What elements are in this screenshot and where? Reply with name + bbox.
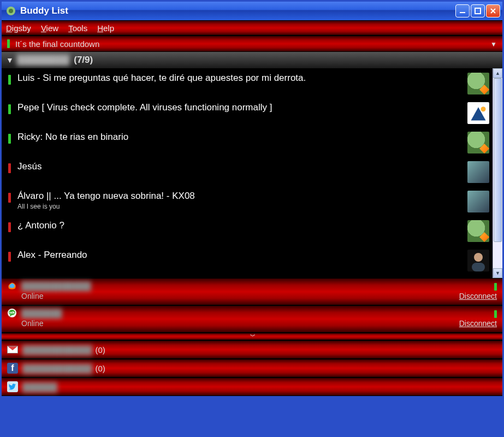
buddy-row[interactable]: Luis - Si me preguntas qué hacer, te dir… bbox=[8, 73, 489, 95]
scroll-up-button[interactable]: ▲ bbox=[493, 68, 502, 78]
account-name: ████████████ bbox=[21, 281, 91, 291]
msn-service-icon bbox=[7, 281, 17, 291]
group-name: ████████ bbox=[17, 55, 69, 66]
buddy-row[interactable]: Álvaro || ... Ya tengo nueva sobrina! - … bbox=[8, 191, 489, 212]
generic-avatar-icon bbox=[467, 102, 489, 124]
svg-point-1 bbox=[9, 9, 13, 13]
buddy-text: Álvaro || ... Ya tengo nueva sobrina! - … bbox=[17, 191, 463, 210]
minimize-button[interactable] bbox=[455, 4, 470, 17]
buddy-text: Jesús bbox=[17, 161, 463, 172]
buddy-label: Pepe [ Virus check complete. All viruses… bbox=[17, 102, 463, 113]
accounts-section: ████████████OnlineDisconnecttalk███████O… bbox=[2, 278, 502, 333]
socials-section: ████████████(0)f████████████(0)██████ bbox=[2, 340, 502, 396]
buddy-text: Pepe [ Virus check complete. All viruses… bbox=[17, 102, 463, 113]
account-row[interactable]: talk███████OnlineDisconnect bbox=[2, 305, 502, 333]
buddy-row[interactable]: Ricky: No te rias en binario bbox=[8, 132, 489, 153]
account-status: Online bbox=[21, 292, 43, 300]
collapse-handle[interactable]: ︾ bbox=[2, 333, 502, 340]
scrollbar[interactable]: ▲ ▼ bbox=[493, 68, 502, 278]
buddy-text: Luis - Si me preguntas qué hacer, te dir… bbox=[17, 73, 463, 84]
svg-rect-2 bbox=[460, 12, 465, 13]
menu-tools[interactable]: Tools bbox=[68, 23, 87, 33]
group-header[interactable]: ▼ ████████ (7/9) bbox=[2, 52, 502, 68]
buddy-text: Ricky: No te rias en binario bbox=[17, 132, 463, 143]
account-status: Online bbox=[21, 319, 43, 328]
buddy-presence-indicator bbox=[8, 163, 11, 173]
disconnect-link[interactable]: Disconnect bbox=[459, 292, 497, 300]
scroll-thumb[interactable] bbox=[494, 78, 502, 242]
buddy-text: Alex - Perreando bbox=[17, 250, 463, 261]
group-count: (7/9) bbox=[74, 55, 93, 66]
digsby-avatar-icon bbox=[467, 220, 489, 242]
menu-bar: Digsby View Tools Help bbox=[2, 20, 502, 36]
group-collapse-icon: ▼ bbox=[6, 56, 14, 64]
social-name: ████████████ bbox=[22, 364, 92, 373]
buddy-list: Luis - Si me preguntas qué hacer, te dir… bbox=[2, 68, 493, 278]
account-presence-indicator bbox=[494, 310, 497, 318]
twitter-service-icon bbox=[7, 381, 18, 392]
digsby-avatar-icon bbox=[467, 132, 489, 153]
buddy-presence-indicator bbox=[8, 134, 11, 144]
buddy-list-container: Luis - Si me preguntas qué hacer, te dir… bbox=[2, 68, 502, 278]
buddy-row[interactable]: Pepe [ Virus check complete. All viruses… bbox=[8, 102, 489, 124]
scroll-track[interactable] bbox=[493, 78, 502, 268]
account-row[interactable]: ████████████OnlineDisconnect bbox=[2, 278, 502, 305]
buddy-presence-indicator bbox=[8, 104, 11, 114]
buddy-label: Alex - Perreando bbox=[17, 250, 463, 261]
buddy-presence-indicator bbox=[8, 222, 11, 232]
svg-point-5 bbox=[481, 107, 486, 111]
buddy-label: ¿ Antonio ? bbox=[17, 220, 463, 231]
social-row[interactable]: f████████████(0) bbox=[2, 359, 502, 377]
status-text: It´s the final countdown bbox=[15, 39, 99, 49]
presence-indicator bbox=[7, 39, 10, 48]
scroll-down-button[interactable]: ▼ bbox=[493, 268, 502, 278]
social-name: ████████████ bbox=[22, 345, 92, 355]
social-count: (0) bbox=[96, 345, 105, 355]
buddy-presence-indicator bbox=[8, 75, 11, 85]
social-row[interactable]: ██████ bbox=[2, 377, 502, 396]
buddy-row[interactable]: Jesús bbox=[8, 161, 489, 183]
disconnect-link[interactable]: Disconnect bbox=[459, 319, 497, 328]
svg-rect-3 bbox=[475, 8, 481, 14]
social-row[interactable]: ████████████(0) bbox=[2, 340, 502, 359]
title-bar: Buddy List bbox=[2, 2, 502, 20]
digsby-avatar-icon bbox=[467, 73, 489, 95]
gmail-service-icon bbox=[7, 344, 18, 355]
status-bar[interactable]: It´s the final countdown ▼ bbox=[2, 36, 502, 52]
buddy-label: Jesús bbox=[17, 161, 463, 172]
buddy-text: ¿ Antonio ? bbox=[17, 220, 463, 231]
account-presence-indicator bbox=[494, 283, 497, 291]
buddy-label: Luis - Si me preguntas qué hacer, te dir… bbox=[17, 73, 463, 84]
app-icon bbox=[6, 6, 16, 16]
buddy-label: Ricky: No te rias en binario bbox=[17, 132, 463, 143]
facebook-service-icon: f bbox=[7, 363, 18, 374]
menu-view[interactable]: View bbox=[41, 23, 58, 33]
app-window: Buddy List Digsby View Tools Help It´s t… bbox=[0, 0, 504, 437]
buddy-row[interactable]: Alex - Perreando bbox=[8, 250, 489, 271]
svg-text:talk: talk bbox=[9, 311, 15, 314]
photo-avatar-icon bbox=[467, 161, 489, 183]
buddy-label: Álvaro || ... Ya tengo nueva sobrina! - … bbox=[17, 191, 463, 202]
window-title: Buddy List bbox=[20, 5, 68, 16]
buddy-presence-indicator bbox=[8, 252, 11, 262]
maximize-button[interactable] bbox=[471, 4, 485, 17]
gtalk-service-icon: talk bbox=[7, 308, 17, 318]
social-name: ██████ bbox=[22, 382, 57, 392]
menu-digsby[interactable]: Digsby bbox=[6, 23, 31, 33]
account-name: ███████ bbox=[21, 309, 62, 318]
buddy-presence-indicator bbox=[8, 193, 11, 203]
person-avatar-icon bbox=[467, 250, 489, 271]
close-button[interactable] bbox=[486, 4, 500, 17]
menu-help[interactable]: Help bbox=[97, 23, 114, 33]
buddy-sublabel: All I see is you bbox=[17, 203, 463, 210]
social-count: (0) bbox=[96, 364, 105, 373]
buddy-row[interactable]: ¿ Antonio ? bbox=[8, 220, 489, 242]
status-dropdown-icon[interactable]: ▼ bbox=[490, 40, 497, 48]
photo-avatar-icon bbox=[467, 191, 489, 212]
